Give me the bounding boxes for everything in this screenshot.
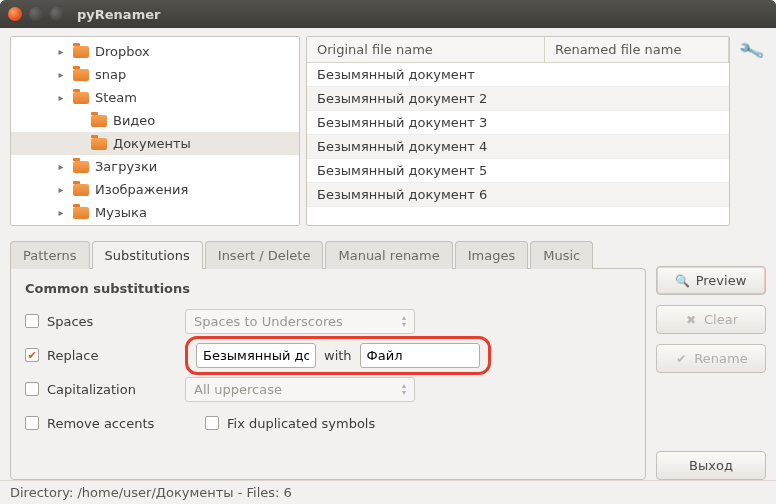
tab-images[interactable]: Images	[455, 241, 529, 269]
window-close-button[interactable]	[8, 7, 22, 21]
remove-accents-checkbox[interactable]	[25, 416, 39, 430]
tree-item-label: Изображения	[95, 182, 188, 197]
expand-arrow-icon[interactable]: ▸	[55, 207, 67, 218]
tab-patterns[interactable]: Patterns	[10, 241, 90, 269]
table-row[interactable]: Безымянный документ 3	[307, 111, 729, 135]
tree-item[interactable]: ▸Изображения	[11, 178, 299, 201]
tree-item[interactable]: ▸Steam	[11, 86, 299, 109]
cell-renamed	[544, 87, 728, 111]
cell-original: Безымянный документ 6	[307, 183, 544, 207]
clear-button-label: Clear	[704, 312, 738, 327]
folder-icon	[73, 46, 89, 58]
tree-item-label: Steam	[95, 90, 137, 105]
check-icon: ✔	[674, 352, 688, 366]
cell-renamed	[544, 159, 728, 183]
replace-with-label: with	[324, 348, 352, 363]
replace-to-input[interactable]	[360, 343, 480, 368]
cell-original: Безымянный документ	[307, 63, 544, 87]
expand-arrow-icon[interactable]: ▸	[55, 161, 67, 172]
expand-arrow-icon[interactable]: ▸	[55, 184, 67, 195]
spaces-checkbox[interactable]	[25, 314, 39, 328]
fix-duplicated-checkbox[interactable]	[205, 416, 219, 430]
tree-item[interactable]: ▸Dropbox	[11, 40, 299, 63]
tree-item-label: Загрузки	[95, 159, 157, 174]
tree-item[interactable]: ▸snap	[11, 63, 299, 86]
cell-renamed	[544, 183, 728, 207]
remove-accents-label: Remove accents	[47, 416, 154, 431]
settings-icon[interactable]: 🔧	[737, 37, 765, 64]
folder-icon	[73, 184, 89, 196]
capitalization-label: Capitalization	[47, 382, 136, 397]
window-maximize-button[interactable]	[50, 7, 64, 21]
cell-original: Безымянный документ 5	[307, 159, 544, 183]
spinner-icon: ▴▾	[402, 382, 406, 396]
tree-item[interactable]: ▸Загрузки	[11, 155, 299, 178]
window-minimize-button[interactable]	[29, 7, 43, 21]
col-renamed[interactable]: Renamed file name	[544, 37, 728, 63]
replace-checkbox[interactable]	[25, 348, 39, 362]
cell-original: Безымянный документ 4	[307, 135, 544, 159]
folder-icon	[91, 138, 107, 150]
col-original[interactable]: Original file name	[307, 37, 544, 63]
table-row[interactable]: Безымянный документ 4	[307, 135, 729, 159]
expand-arrow-icon[interactable]: ▸	[55, 46, 67, 57]
clear-button[interactable]: ✖ Clear	[656, 305, 766, 334]
tree-item-label: Видео	[113, 113, 155, 128]
table-row[interactable]: Безымянный документ	[307, 63, 729, 87]
tree-item[interactable]: Документы	[11, 132, 299, 155]
exit-button[interactable]: Выход	[656, 451, 766, 480]
cell-renamed	[544, 63, 728, 87]
expand-arrow-icon[interactable]: ▸	[55, 69, 67, 80]
window-title: pyRenamer	[77, 7, 160, 22]
folder-icon	[73, 69, 89, 81]
spaces-label: Spaces	[47, 314, 93, 329]
tab-insert-delete[interactable]: Insert / Delete	[205, 241, 324, 269]
spaces-select[interactable]: Spaces to Underscores ▴▾	[185, 309, 415, 334]
folder-icon	[73, 161, 89, 173]
folder-tree[interactable]: ▸Dropbox▸snap▸SteamВидеоДокументы▸Загруз…	[10, 36, 300, 226]
clear-icon: ✖	[684, 313, 698, 327]
cell-renamed	[544, 135, 728, 159]
tree-item-label: snap	[95, 67, 126, 82]
cell-original: Безымянный документ 3	[307, 111, 544, 135]
capitalization-select-value: All uppercase	[194, 382, 282, 397]
search-icon: 🔍	[676, 274, 690, 288]
file-table[interactable]: Original file name Renamed file name Без…	[306, 36, 730, 226]
preview-button-label: Preview	[696, 273, 747, 288]
replace-label: Replace	[47, 348, 98, 363]
cell-original: Безымянный документ 2	[307, 87, 544, 111]
substitutions-heading: Common substitutions	[25, 281, 631, 296]
rename-button[interactable]: ✔ Rename	[656, 344, 766, 373]
spinner-icon: ▴▾	[402, 314, 406, 328]
replace-highlight: with	[185, 336, 491, 375]
tab-music[interactable]: Music	[530, 241, 593, 269]
capitalization-select[interactable]: All uppercase ▴▾	[185, 377, 415, 402]
fix-duplicated-label: Fix duplicated symbols	[227, 416, 375, 431]
table-row[interactable]: Безымянный документ 2	[307, 87, 729, 111]
folder-icon	[73, 92, 89, 104]
tab-substitutions[interactable]: Substitutions	[92, 241, 203, 269]
tree-item[interactable]: Видео	[11, 109, 299, 132]
cell-renamed	[544, 111, 728, 135]
tree-item-label: Документы	[113, 136, 191, 151]
rename-button-label: Rename	[694, 351, 747, 366]
tree-item-label: Dropbox	[95, 44, 150, 59]
exit-button-label: Выход	[689, 458, 733, 473]
table-row[interactable]: Безымянный документ 5	[307, 159, 729, 183]
table-row[interactable]: Безымянный документ 6	[307, 183, 729, 207]
capitalization-checkbox[interactable]	[25, 382, 39, 396]
replace-from-input[interactable]	[196, 343, 316, 368]
tree-item[interactable]: ▸Музыка	[11, 201, 299, 224]
status-text: Directory: /home/user/Документы - Files:…	[10, 485, 292, 500]
preview-button[interactable]: 🔍 Preview	[656, 266, 766, 295]
spaces-select-value: Spaces to Underscores	[194, 314, 343, 329]
folder-icon	[91, 115, 107, 127]
expand-arrow-icon[interactable]: ▸	[55, 92, 67, 103]
tab-manual-rename[interactable]: Manual rename	[325, 241, 452, 269]
tree-item-label: Музыка	[95, 205, 147, 220]
folder-icon	[73, 207, 89, 219]
